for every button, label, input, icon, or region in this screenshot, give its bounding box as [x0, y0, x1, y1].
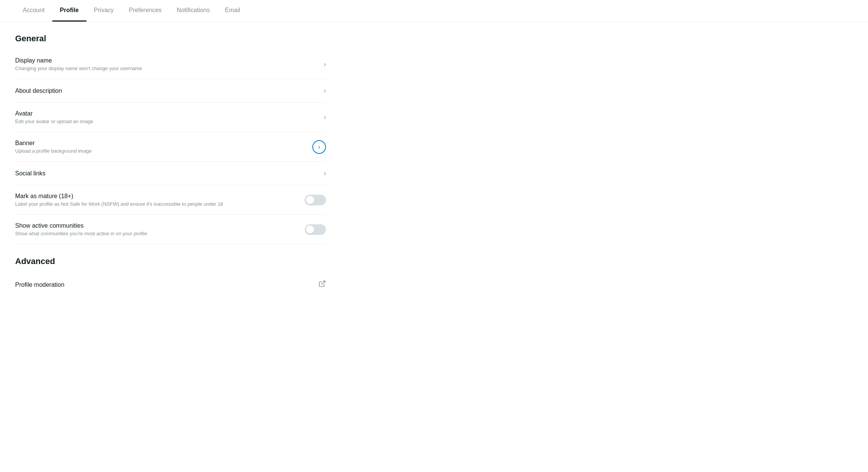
avatar-title: Avatar [15, 110, 318, 117]
banner-subtitle: Upload a profile background image [15, 148, 306, 154]
show-active-communities-subtitle: Show what communities you're most active… [15, 231, 299, 236]
social-links-row[interactable]: Social links › [15, 162, 326, 185]
mark-as-mature-toggle[interactable] [305, 195, 326, 205]
chevron-right-icon: › [324, 87, 326, 95]
about-description-title: About description [15, 88, 318, 94]
tab-account[interactable]: Account [15, 0, 52, 22]
avatar-subtitle: Edit your avatar or upload an image [15, 119, 318, 124]
display-name-title: Display name [15, 57, 318, 64]
advanced-section-title: Advanced [15, 256, 326, 266]
show-active-communities-content: Show active communities Show what commun… [15, 222, 299, 236]
advanced-section: Advanced Profile moderation [15, 256, 326, 297]
chevron-right-icon: › [324, 113, 326, 121]
mark-as-mature-content: Mark as mature (18+) Label your profile … [15, 193, 299, 207]
about-description-row[interactable]: About description › [15, 79, 326, 103]
svg-line-0 [321, 281, 325, 284]
banner-row[interactable]: Banner Upload a profile background image… [15, 132, 326, 162]
about-description-content: About description [15, 88, 318, 94]
social-links-content: Social links [15, 170, 318, 177]
banner-content: Banner Upload a profile background image [15, 140, 306, 154]
tab-privacy[interactable]: Privacy [86, 0, 121, 22]
avatar-content: Avatar Edit your avatar or upload an ima… [15, 110, 318, 124]
display-name-content: Display name Changing your display name … [15, 57, 318, 71]
tab-notifications[interactable]: Notifications [169, 0, 217, 22]
mark-as-mature-row[interactable]: Mark as mature (18+) Label your profile … [15, 185, 326, 215]
display-name-action: › [324, 60, 326, 68]
show-active-communities-row[interactable]: Show active communities Show what commun… [15, 215, 326, 244]
toggle-slider [305, 195, 326, 205]
content-area: General Display name Changing your displ… [0, 22, 341, 309]
toggle-slider [305, 224, 326, 235]
mark-as-mature-action [305, 195, 326, 205]
profile-moderation-title: Profile moderation [15, 281, 312, 288]
banner-action[interactable]: › [312, 140, 326, 154]
profile-moderation-row[interactable]: Profile moderation [15, 272, 326, 297]
show-active-communities-toggle[interactable] [305, 224, 326, 235]
profile-moderation-action [318, 280, 326, 289]
display-name-subtitle: Changing your display name won't change … [15, 66, 318, 71]
avatar-action: › [324, 113, 326, 121]
external-link-icon [318, 280, 326, 289]
banner-title: Banner [15, 140, 306, 147]
tabs-nav: Account Profile Privacy Preferences Noti… [0, 0, 868, 22]
chevron-right-icon: › [324, 169, 326, 177]
show-active-communities-action [305, 224, 326, 235]
general-section: General Display name Changing your displ… [15, 34, 326, 244]
mark-as-mature-subtitle: Label your profile as Not Safe for Work … [15, 201, 299, 207]
social-links-title: Social links [15, 170, 318, 177]
display-name-row[interactable]: Display name Changing your display name … [15, 50, 326, 79]
tab-preferences[interactable]: Preferences [121, 0, 169, 22]
tab-profile[interactable]: Profile [52, 0, 86, 22]
mark-as-mature-title: Mark as mature (18+) [15, 193, 299, 200]
social-links-action: › [324, 169, 326, 177]
tab-email[interactable]: Email [217, 0, 248, 22]
chevron-circle-icon[interactable]: › [312, 140, 326, 154]
avatar-row[interactable]: Avatar Edit your avatar or upload an ima… [15, 103, 326, 132]
profile-moderation-content: Profile moderation [15, 281, 312, 288]
about-description-action: › [324, 87, 326, 95]
show-active-communities-title: Show active communities [15, 222, 299, 229]
chevron-right-icon: › [324, 60, 326, 68]
general-section-title: General [15, 34, 326, 44]
